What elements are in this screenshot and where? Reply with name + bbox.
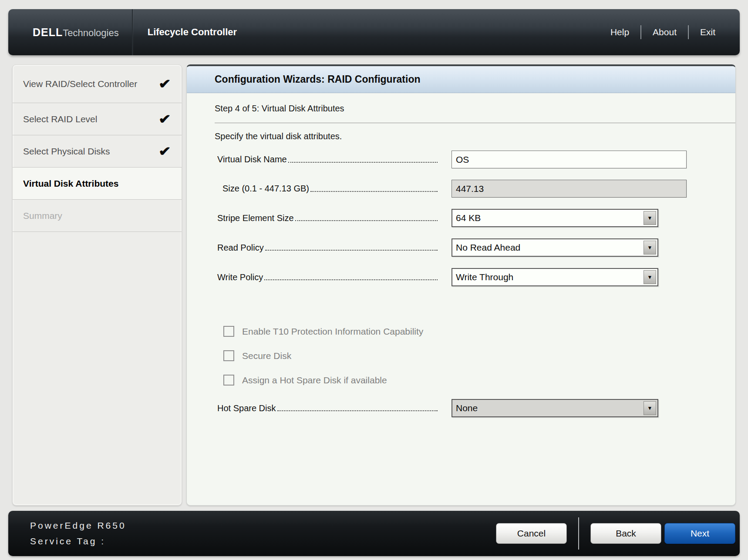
enable-t10-label: Enable T10 Protection Information Capabi… — [242, 326, 423, 337]
wizard-steps-sidebar: View RAID/Select Controller ✔ Select RAI… — [12, 64, 182, 506]
service-tag: Service Tag : — [30, 536, 126, 547]
chevron-down-icon: ▼ — [647, 406, 653, 411]
assign-hot-spare-label: Assign a Hot Spare Disk if available — [242, 375, 387, 386]
main-panel: Configuration Wizards: RAID Configuratio… — [186, 64, 736, 506]
sidebar-item-label: View RAID/Select Controller — [23, 79, 137, 89]
about-link[interactable]: About — [641, 27, 688, 37]
dotted-leader — [310, 186, 438, 192]
assign-hot-spare-row: Assign a Hot Spare Disk if available — [223, 375, 735, 386]
exit-link[interactable]: Exit — [689, 27, 727, 37]
read-policy-value: No Read Ahead — [456, 242, 520, 253]
virtual-disk-name-row: Virtual Disk Name — [217, 151, 735, 168]
cancel-button[interactable]: Cancel — [496, 523, 567, 544]
system-model: PowerEdge R650 — [30, 520, 126, 531]
write-policy-label: Write Policy — [217, 272, 263, 282]
sidebar-item-select-physical-disks[interactable]: Select Physical Disks ✔ — [13, 135, 182, 168]
stripe-element-size-row: Stripe Element Size 64 KB ▼ — [217, 209, 735, 227]
dotted-leader — [288, 157, 438, 163]
chevron-down-icon: ▼ — [647, 275, 653, 280]
button-divider — [578, 517, 579, 550]
hot-spare-disk-value: None — [456, 403, 478, 413]
size-input — [451, 180, 687, 198]
enable-t10-checkbox — [223, 326, 234, 337]
write-policy-value: Write Through — [456, 272, 513, 282]
topbar-links: Help About Exit — [599, 25, 727, 39]
step-separator — [215, 123, 735, 123]
dropdown-button[interactable]: ▼ — [644, 211, 656, 225]
wizard-nav-buttons: Cancel Back Next — [496, 517, 735, 550]
back-button[interactable]: Back — [590, 523, 661, 544]
virtual-disk-attributes-form: Virtual Disk Name Size (0.1 - 447.13 GB)… — [217, 151, 735, 417]
app-title: Lifecycle Controller — [148, 27, 237, 38]
sidebar-item-summary: Summary — [13, 200, 182, 232]
check-icon: ✔ — [158, 145, 171, 158]
secure-disk-checkbox — [223, 350, 234, 361]
step-indicator: Step 4 of 5: Virtual Disk Attributes — [215, 104, 735, 114]
sidebar-item-label: Summary — [23, 211, 62, 221]
dropdown-button[interactable]: ▼ — [644, 270, 656, 284]
sidebar-item-virtual-disk-attributes[interactable]: Virtual Disk Attributes — [13, 168, 182, 200]
brand-dell: DELL — [33, 26, 63, 39]
secure-disk-row: Secure Disk — [223, 350, 735, 361]
footer-bar: PowerEdge R650 Service Tag : Cancel Back… — [8, 511, 740, 556]
brand-technologies: Technologies — [63, 27, 118, 39]
instruction-text: Specify the virtual disk attributes. — [215, 131, 735, 141]
read-policy-select[interactable]: No Read Ahead ▼ — [451, 238, 658, 257]
hot-spare-disk-select: None ▼ — [451, 399, 658, 417]
assign-hot-spare-checkbox — [223, 375, 234, 386]
enable-t10-row: Enable T10 Protection Information Capabi… — [223, 326, 735, 337]
stripe-element-size-select[interactable]: 64 KB ▼ — [451, 209, 658, 227]
dotted-leader — [265, 245, 438, 251]
help-link[interactable]: Help — [599, 27, 640, 37]
system-info: PowerEdge R650 Service Tag : — [30, 520, 126, 547]
sidebar-item-label: Virtual Disk Attributes — [23, 178, 118, 189]
chevron-down-icon: ▼ — [647, 245, 653, 250]
dotted-leader — [277, 405, 438, 411]
virtual-disk-name-label: Virtual Disk Name — [217, 154, 287, 164]
dotted-leader — [264, 274, 438, 280]
chevron-down-icon: ▼ — [647, 215, 653, 221]
check-icon: ✔ — [158, 77, 171, 91]
virtual-disk-name-input[interactable] — [451, 151, 687, 168]
dotted-leader — [295, 215, 438, 221]
dropdown-button[interactable]: ▼ — [644, 241, 656, 255]
hot-spare-disk-label: Hot Spare Disk — [217, 403, 276, 413]
stripe-element-size-value: 64 KB — [456, 213, 481, 223]
topbar-divider — [132, 9, 133, 55]
sidebar-item-label: Select RAID Level — [23, 114, 97, 124]
dell-technologies-logo: DELLTechnologies — [33, 26, 119, 39]
next-button[interactable]: Next — [664, 523, 735, 544]
read-policy-label: Read Policy — [217, 243, 264, 253]
read-policy-row: Read Policy No Read Ahead ▼ — [217, 238, 735, 257]
sidebar-item-view-raid-select-controller[interactable]: View RAID/Select Controller ✔ — [13, 65, 182, 103]
sidebar-item-select-raid-level[interactable]: Select RAID Level ✔ — [13, 103, 182, 135]
hot-spare-disk-row: Hot Spare Disk None ▼ — [217, 399, 735, 417]
size-label: Size (0.1 - 447.13 GB) — [217, 184, 309, 194]
write-policy-row: Write Policy Write Through ▼ — [217, 268, 735, 286]
secure-disk-label: Secure Disk — [242, 351, 291, 361]
page-title: Configuration Wizards: RAID Configuratio… — [187, 66, 735, 93]
check-icon: ✔ — [158, 113, 171, 126]
write-policy-select[interactable]: Write Through ▼ — [451, 268, 658, 286]
checkbox-group: Enable T10 Protection Information Capabi… — [217, 326, 735, 386]
size-row: Size (0.1 - 447.13 GB) — [217, 180, 735, 198]
sidebar-item-label: Select Physical Disks — [23, 146, 110, 157]
dropdown-button: ▼ — [644, 401, 656, 415]
stripe-element-size-label: Stripe Element Size — [217, 213, 294, 223]
top-bar: DELLTechnologies Lifecycle Controller He… — [8, 9, 740, 55]
